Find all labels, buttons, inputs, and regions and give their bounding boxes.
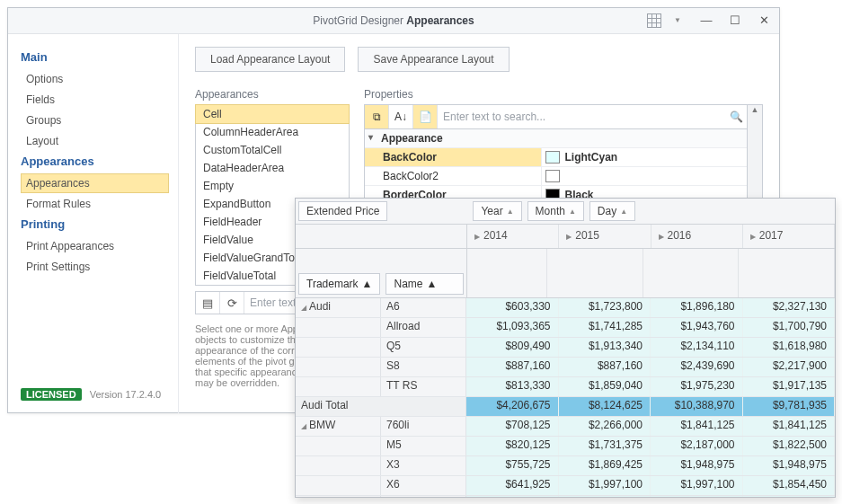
appearance-item-empty[interactable]: Empty (196, 177, 349, 195)
value-cell: $1,913,340 (559, 338, 651, 357)
appearance-item-columnheaderarea[interactable]: ColumnHeaderArea (196, 123, 349, 141)
data-row: S8$887,160$887,160$2,439,690$2,217,900 (296, 358, 835, 377)
total-label: Audi Total (296, 397, 466, 416)
value-cell: $1,948,975 (651, 456, 743, 475)
data-row: Z4 Sdrive35i$1,121,500$2,018,700$1,682,2… (296, 496, 835, 498)
data-field-chip[interactable]: Extended Price (298, 201, 387, 221)
version-text: Version 17.2.4.0 (90, 389, 162, 400)
property-search-input[interactable]: Enter text to search... (438, 111, 725, 123)
nav-group-title: Appearances (21, 155, 169, 168)
minimize-button[interactable]: — (696, 11, 716, 31)
data-row: TT RS$813,330$1,859,040$1,975,230$1,917,… (296, 377, 835, 397)
value-cell: $1,859,040 (559, 377, 651, 396)
value-cell: $755,725 (466, 456, 559, 475)
value-cell: $1,896,180 (651, 298, 743, 317)
color-swatch[interactable] (545, 170, 560, 182)
property-row-backcolor2[interactable]: BackColor2 (365, 166, 747, 185)
titlebar: PivotGrid Designer Appearances ▼ — ☐ ✕ (8, 8, 779, 34)
value-cell: $1,682,250 (651, 496, 743, 498)
value-cell: $1,093,365 (466, 318, 559, 337)
name-cell: 760li (381, 417, 466, 436)
name-cell: TT RS (381, 377, 466, 396)
name-cell: M5 (381, 437, 466, 455)
pivot-body: ◢AudiA6$603,330$1,723,800$1,896,180$2,32… (296, 298, 835, 498)
year-2017[interactable]: ▶2017 (743, 225, 835, 248)
appearance-item-dataheaderarea[interactable]: DataHeaderArea (196, 159, 349, 177)
value-cell: $603,330 (466, 298, 559, 317)
trademark-cell[interactable]: ◢Audi (296, 298, 381, 317)
nav-item-print-settings[interactable]: Print Settings (21, 257, 169, 277)
save-layout-button[interactable]: Save Appearance Layout (358, 47, 509, 72)
data-row: ◢BMW760li$708,125$2,266,000$1,841,125$1,… (296, 417, 835, 437)
property-category[interactable]: Appearance (365, 129, 747, 147)
value-cell: $641,925 (466, 476, 559, 495)
list-tool-1[interactable]: ▤ (196, 292, 220, 314)
nav-item-groups[interactable]: Groups (21, 111, 169, 130)
field-bar: Extended Price Year▲Month▲Day▲ (296, 199, 835, 225)
row-field-trademark[interactable]: Trademark▲ (298, 273, 380, 295)
nav-item-appearances[interactable]: Appearances (21, 173, 169, 193)
nav-item-print-appearances[interactable]: Print Appearances (21, 236, 169, 256)
close-button[interactable]: ✕ (754, 11, 774, 31)
data-row: Allroad$1,093,365$1,741,285$1,943,760$1,… (296, 318, 835, 338)
value-cell: $887,160 (466, 358, 559, 376)
window-controls: ▼ — ☐ ✕ (644, 11, 774, 31)
col-field-year[interactable]: Year▲ (473, 201, 521, 221)
search-icon[interactable]: 🔍 (725, 111, 747, 123)
prop-sort-icon[interactable]: A↓ (389, 105, 413, 128)
nav-item-options[interactable]: Options (21, 69, 169, 89)
nav-item-layout[interactable]: Layout (21, 131, 169, 151)
year-2015[interactable]: ▶2015 (559, 225, 651, 248)
value-cell: $887,160 (559, 358, 651, 376)
value-cell: $813,330 (466, 377, 559, 396)
value-cell: $1,841,125 (743, 417, 836, 436)
load-layout-button[interactable]: Load Appearance Layout (195, 47, 345, 72)
name-cell: X3 (381, 456, 466, 475)
value-cell: $1,997,100 (559, 476, 651, 495)
prop-events-icon[interactable]: 📄 (413, 105, 438, 128)
nav-item-fields[interactable]: Fields (21, 90, 169, 110)
value-cell: $1,731,375 (559, 437, 651, 455)
maximize-button[interactable]: ☐ (725, 11, 745, 31)
total-value-cell: $9,781,935 (743, 397, 836, 416)
total-row: Audi Total$4,206,675$8,124,625$10,388,97… (296, 397, 835, 417)
col-field-month[interactable]: Month▲ (527, 201, 584, 221)
color-grid-dropdown-icon[interactable]: ▼ (668, 11, 687, 31)
value-cell: $1,975,230 (651, 377, 743, 396)
value-cell: $820,125 (466, 437, 559, 455)
value-cell: $2,217,900 (743, 358, 836, 376)
value-cell: $2,327,130 (743, 298, 836, 317)
name-cell: A6 (381, 298, 466, 317)
pivot-grid: Extended Price Year▲Month▲Day▲ ▶2014▶201… (295, 198, 836, 498)
appearance-item-customtotalcell[interactable]: CustomTotalCell (196, 141, 349, 159)
data-row: M5$820,125$1,731,375$2,187,000$1,822,500 (296, 437, 835, 456)
value-cell: $1,626,175 (743, 496, 836, 498)
color-swatch[interactable] (545, 151, 560, 164)
year-2014[interactable]: ▶2014 (467, 225, 559, 248)
year-2016[interactable]: ▶2016 (651, 225, 743, 248)
data-row: ◢AudiA6$603,330$1,723,800$1,896,180$2,32… (296, 298, 835, 318)
nav-group-title: Main (21, 50, 169, 64)
row-field-name[interactable]: Name▲ (386, 273, 464, 295)
name-cell: Z4 Sdrive35i (381, 496, 466, 498)
col-field-day[interactable]: Day▲ (589, 201, 635, 221)
nav-panel: MainOptionsFieldsGroupsLayoutAppearances… (8, 34, 179, 413)
appearance-item-cell[interactable]: Cell (195, 104, 350, 124)
title-prefix: PivotGrid Designer (313, 14, 403, 27)
value-cell: $708,125 (466, 417, 559, 436)
color-grid-icon[interactable] (644, 11, 664, 31)
nav-item-format-rules[interactable]: Format Rules (21, 194, 169, 214)
license-badge: LICENSED (21, 388, 82, 401)
value-cell: $1,917,135 (743, 377, 836, 396)
property-toolbar: ⧉ A↓ 📄 Enter text to search... 🔍 (364, 104, 748, 129)
total-value-cell: $4,206,675 (466, 397, 559, 416)
list-refresh-icon[interactable]: ⟳ (220, 292, 244, 314)
property-row-backcolor[interactable]: BackColorLightCyan (365, 147, 747, 166)
name-cell: X6 (381, 476, 466, 495)
value-cell: $1,854,450 (743, 476, 836, 495)
prop-categorized-icon[interactable]: ⧉ (365, 105, 389, 128)
value-cell: $2,134,110 (651, 338, 743, 357)
trademark-cell[interactable]: ◢BMW (296, 417, 381, 436)
value-cell: $1,943,760 (651, 318, 743, 337)
value-cell: $2,187,000 (651, 437, 743, 455)
